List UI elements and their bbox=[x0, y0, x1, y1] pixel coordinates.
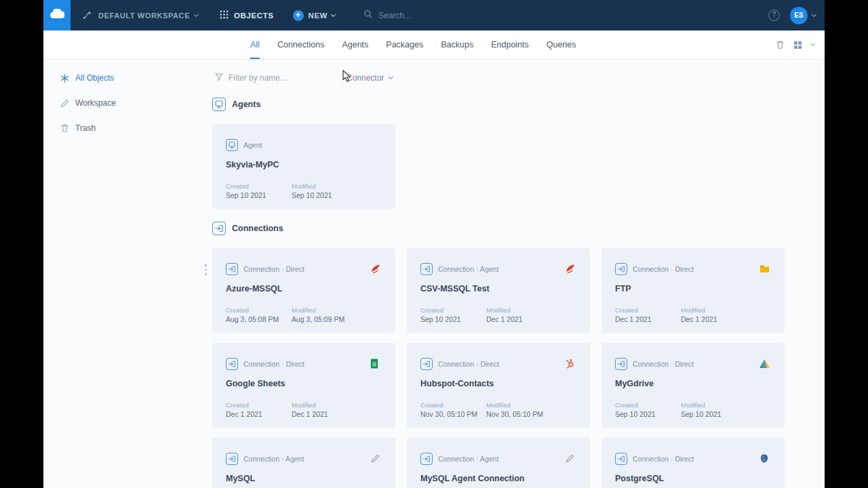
card-type-label: Connection · Direct bbox=[633, 455, 694, 463]
modified-value: Nov 30, 05:10 PM bbox=[486, 410, 552, 418]
workspace-icon bbox=[83, 9, 93, 22]
card-name: Hubspot-Contacts bbox=[420, 379, 578, 388]
modified-label: Modified bbox=[292, 401, 357, 409]
section-title: Connections bbox=[232, 224, 283, 233]
global-search bbox=[363, 9, 467, 22]
tab-backups[interactable]: Backups bbox=[441, 30, 473, 59]
card-dates: CreatedDec 1 2021 ModifiedDec 1 2021 bbox=[615, 306, 747, 323]
card-type-label: Connection · Direct bbox=[243, 265, 304, 273]
created-label: Created bbox=[226, 182, 292, 190]
connection-card-google-sheets[interactable]: Connection · Direct Google Sheets Create… bbox=[212, 343, 395, 428]
sidebar-item-trash[interactable]: Trash bbox=[60, 121, 212, 135]
modified-value: Sep 10 2021 bbox=[681, 410, 747, 418]
page-body: All Objects Workspace Trash bbox=[43, 60, 825, 488]
created-value: Sep 10 2021 bbox=[420, 315, 486, 323]
created-label: Created bbox=[420, 306, 486, 314]
created-label: Created bbox=[420, 401, 486, 409]
view-options-chevron-icon[interactable] bbox=[810, 41, 815, 46]
tab-connections[interactable]: Connections bbox=[277, 30, 325, 59]
search-icon bbox=[363, 9, 373, 22]
card-name: Google Sheets bbox=[226, 379, 383, 388]
connection-card-csv-mssql-test[interactable]: Connection · Agent CSV-MSSQL Test Create… bbox=[407, 248, 590, 333]
connection-icon bbox=[420, 263, 433, 275]
connection-card-mysql[interactable]: Connection · Agent MySQL Created Modifie… bbox=[212, 438, 395, 488]
card-dates: CreatedSep 10 2021 ModifiedSep 10 2021 bbox=[615, 401, 747, 418]
pen-icon bbox=[565, 453, 575, 464]
card-name: MyGdrive bbox=[615, 379, 772, 388]
filter-name-input[interactable] bbox=[229, 73, 330, 83]
account-menu[interactable]: ES bbox=[790, 7, 816, 24]
chevron-down-icon bbox=[389, 75, 393, 79]
tab-all[interactable]: All bbox=[250, 30, 260, 59]
top-navbar: DEFAULT WORKSPACE OBJECTS NEW bbox=[43, 0, 825, 30]
created-value: Dec 1 2021 bbox=[226, 410, 292, 418]
card-name: FTP bbox=[615, 284, 772, 293]
help-icon[interactable]: ? bbox=[768, 9, 780, 21]
tab-packages[interactable]: Packages bbox=[386, 30, 423, 59]
connection-icon bbox=[226, 263, 238, 275]
object-tabs: All Connections Agents Packages Backups … bbox=[250, 30, 576, 59]
connection-card-ftp[interactable]: Connection · Direct FTP CreatedDec 1 202… bbox=[601, 248, 785, 333]
modified-value: Aug 3, 05:09 PM bbox=[292, 315, 357, 323]
sqlserver-icon bbox=[565, 264, 575, 274]
card-type-label: Connection · Direct bbox=[633, 265, 694, 273]
new-label: NEW bbox=[309, 12, 328, 20]
section-header-agents: Agents bbox=[212, 98, 825, 111]
app-window: DEFAULT WORKSPACE OBJECTS NEW bbox=[43, 0, 825, 488]
search-input[interactable] bbox=[378, 11, 467, 20]
agent-card-skyvia-mypc[interactable]: Agent Skyvia-MyPC Created Sep 10 2021 Mo… bbox=[212, 124, 395, 209]
objects-label: OBJECTS bbox=[234, 12, 274, 20]
connection-icon bbox=[420, 358, 433, 370]
funnel-icon bbox=[215, 72, 223, 84]
avatar: ES bbox=[790, 7, 808, 24]
card-name: CSV-MSSQL Test bbox=[420, 284, 578, 293]
card-type-label: Connection · Direct bbox=[633, 360, 694, 368]
sidebar-item-all-objects[interactable]: All Objects bbox=[60, 71, 212, 85]
connection-icon bbox=[226, 358, 238, 370]
modified-label: Modified bbox=[486, 306, 552, 314]
agent-icon bbox=[226, 139, 238, 151]
main-content: Connector Agents bbox=[212, 60, 825, 488]
plus-icon bbox=[293, 10, 304, 21]
delete-icon[interactable] bbox=[776, 40, 785, 49]
tab-endpoints[interactable]: Endpoints bbox=[491, 30, 529, 59]
google-sheets-icon bbox=[370, 359, 380, 369]
drag-handle-dots[interactable] bbox=[205, 264, 207, 275]
tab-agents[interactable]: Agents bbox=[342, 30, 368, 59]
nav-objects[interactable]: OBJECTS bbox=[220, 9, 274, 22]
google-drive-icon bbox=[760, 359, 770, 369]
view-grid-icon[interactable] bbox=[793, 41, 802, 49]
chevron-down-icon bbox=[194, 12, 199, 16]
connection-card-mygdrive[interactable]: Connection · Direct MyGdrive CreatedSep … bbox=[601, 343, 785, 428]
chevron-down-icon bbox=[331, 12, 336, 16]
new-button[interactable]: NEW bbox=[293, 10, 335, 21]
connections-card-grid: Connection · Direct Azure-MSSQL CreatedA… bbox=[212, 248, 825, 488]
sidebar: All Objects Workspace Trash bbox=[43, 60, 212, 488]
connection-card-hubspot-contacts[interactable]: Connection · Direct Hubspot-Contacts Cre… bbox=[407, 343, 590, 428]
postgresql-icon bbox=[760, 453, 770, 464]
created-label: Created bbox=[226, 306, 292, 314]
modified-value: Sep 10 2021 bbox=[292, 191, 357, 199]
sidebar-item-workspace[interactable]: Workspace bbox=[60, 96, 212, 110]
sidebar-item-label: Workspace bbox=[75, 98, 116, 108]
connection-card-azure-mssql[interactable]: Connection · Direct Azure-MSSQL CreatedA… bbox=[212, 248, 395, 333]
connection-card-postgresql[interactable]: Connection · Direct PostgreSQL Created M… bbox=[601, 438, 785, 488]
connection-icon bbox=[615, 358, 627, 370]
sidebar-item-label: All Objects bbox=[75, 73, 114, 83]
tab-actions bbox=[776, 30, 825, 59]
app-logo[interactable] bbox=[43, 0, 71, 30]
card-dates: CreatedDec 1 2021 ModifiedDec 1 2021 bbox=[226, 401, 357, 418]
connection-card-mysql-agent-connection[interactable]: Connection · Agent MySQL Agent Connectio… bbox=[407, 438, 590, 488]
card-dates: CreatedSep 10 2021 ModifiedDec 1 2021 bbox=[420, 306, 552, 323]
sqlserver-icon bbox=[370, 264, 380, 274]
tab-queries[interactable]: Queries bbox=[547, 30, 576, 59]
object-tabbar: All Connections Agents Packages Backups … bbox=[43, 30, 825, 60]
workspace-switcher[interactable]: DEFAULT WORKSPACE bbox=[83, 9, 198, 22]
created-value: Aug 3, 05:08 PM bbox=[226, 315, 292, 323]
trash-icon bbox=[60, 123, 69, 133]
card-name: MySQL Agent Connection bbox=[420, 474, 578, 483]
created-label: Created bbox=[226, 401, 292, 409]
card-type-label: Connection · Agent bbox=[438, 265, 498, 273]
section-title: Agents bbox=[232, 100, 260, 109]
connector-dropdown[interactable]: Connector bbox=[347, 73, 393, 83]
